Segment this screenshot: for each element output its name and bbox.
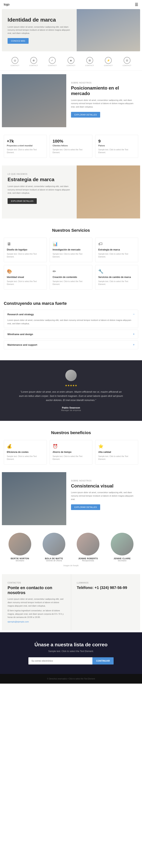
team-role-3: Secretario: [106, 560, 138, 562]
benefit-icon-0: 💰: [7, 444, 44, 449]
consistency-text: Lorem ipsum dolor sit amet, consectetur …: [71, 491, 135, 501]
about-text: Lorem ipsum dolor sit amet, consectetur …: [71, 99, 135, 108]
service-card-0: 🖥Diseño de logotipoSample text. Click to…: [4, 238, 47, 262]
about-label: SOBRE NOSOTROS: [71, 82, 135, 84]
icon-circle-3: ◈: [67, 57, 75, 64]
service-text-3: Sample text. Click to select the Text El…: [7, 280, 44, 286]
testimonial-stars: ★★★★★: [7, 384, 135, 387]
contact-section: CONTACTOS Ponte en contacto con nosotros…: [2, 574, 140, 630]
benefit-text-0: Sample text. Click to select the Text El…: [7, 455, 44, 461]
about-cta-button[interactable]: EXPLORAR DETALLES: [71, 112, 100, 118]
footer: © Derechos reservados • Click to select …: [0, 674, 142, 684]
team-avatar-1: [42, 533, 65, 555]
what-title: Estrategia de marca: [7, 177, 71, 183]
newsletter-title: Únase a nuestra lista de correo: [7, 642, 135, 648]
what-text: Lorem ipsum dolor sit amet, consectetur …: [7, 185, 71, 195]
team-role-0: Secretario: [4, 560, 36, 562]
accordion-body-0: Lorem ipsum dolor sit amet, consectetur …: [4, 319, 138, 328]
service-card-3: 🎨Identidad visualSample text. Click to s…: [4, 265, 47, 290]
contact-email[interactable]: ejemplo@ejemplo.com: [7, 621, 65, 623]
consistency-cta-button[interactable]: EXPLORAR DETALLES: [71, 504, 100, 510]
service-name-2: Estrategia de marca: [98, 248, 135, 251]
icon-circle-2: ✓: [49, 57, 56, 64]
icon-item-2[interactable]: ✓CONTACT: [48, 57, 57, 66]
contact-title: Ponte en contacto con nosotros: [7, 585, 65, 595]
service-text-2: Sample text. Click to select the Text El…: [98, 252, 135, 258]
services-section: Nuestros Servicios 🖥Diseño de logotipoSa…: [0, 222, 142, 295]
accordion-title: Construyendo una marca fuerte: [4, 301, 138, 306]
contact-text2: El item ingrisa ingrediunt consectetur, …: [7, 609, 65, 619]
accordion-toggle-0: −: [133, 313, 135, 316]
service-name-1: Investigación de mercado: [53, 248, 90, 251]
accordion-header-2[interactable]: Maintenance and support +: [4, 340, 138, 349]
stat-card-1: 100%Clientes felicesSample text. Click t…: [50, 135, 92, 158]
service-card-1: 📊Investigación de mercadoSample text. Cl…: [50, 238, 92, 262]
consistency-title: Consistencia visual: [71, 483, 135, 489]
accordion-header-1[interactable]: Wireframe and design +: [4, 330, 138, 339]
hero-section: Identidad de marca Lorem ipsum dolor sit…: [2, 9, 140, 51]
benefit-name-0: Eficiencia de costes: [7, 451, 44, 454]
what-section: LO QUE HACEMOS Estrategia de marca Lorem…: [2, 165, 140, 218]
team-name-3: JENNIE CLAIRE: [106, 557, 138, 560]
benefit-card-1: ⏰Ahorro de tiempoSample text. Click to s…: [50, 440, 92, 465]
benefits-section: Nuestros beneficios 💰Eficiencia de coste…: [0, 425, 142, 470]
team-role-2: Recepcionista: [72, 560, 104, 562]
team-avatar-2: [77, 533, 100, 555]
menu-icon[interactable]: ☰: [135, 2, 138, 7]
hero-cta-button[interactable]: CONOCE MÁS: [7, 38, 29, 44]
service-icon-4: ✏: [53, 269, 90, 274]
icon-item-1[interactable]: ⊕CONTACT: [29, 57, 38, 66]
about-image: [2, 74, 66, 127]
team-card-0: BERTIE NORTON Secretario: [4, 533, 36, 562]
benefit-name-1: Ahorro de tiempo: [53, 451, 90, 454]
icon-label-5: CONTACT: [104, 65, 113, 66]
contact-text: Lorem ipsum dolor sit amet, consectetur …: [7, 597, 65, 608]
benefit-text-2: Sample text. Click to select the Text El…: [98, 455, 135, 461]
nav-logo: logo: [4, 3, 9, 6]
navbar: logo ☰: [0, 0, 142, 9]
stat-text-0: Sample text. Click to select the Text El…: [7, 148, 44, 154]
service-text-0: Sample text. Click to select the Text El…: [7, 252, 44, 258]
team-name-0: BERTIE NORTON: [4, 557, 36, 560]
icon-item-6[interactable]: ⊟CONTACT: [122, 57, 131, 66]
stat-label-2: Países: [98, 145, 135, 147]
icon-item-3[interactable]: ◈CONTACT: [67, 57, 75, 66]
consistency-image: [2, 472, 66, 525]
testimonial-avatar: [65, 370, 77, 381]
service-name-0: Diseño de logotipo: [7, 248, 44, 251]
team-card-3: JENNIE CLAIRE Secretario: [106, 533, 138, 562]
accordion-header-text-1: Wireframe and design: [7, 333, 33, 336]
service-name-5: Servicios de cambio de marca: [98, 276, 135, 278]
about-section: SOBRE NOSOTROS Posicionamiento en el mer…: [2, 74, 140, 127]
newsletter-submit-button[interactable]: CONTINUAR: [92, 657, 114, 664]
testimonial-role: Manager de empresa: [7, 409, 135, 411]
icon-item-0[interactable]: ◎CONTACT: [10, 57, 19, 66]
team-footnote: Imagen de freepik: [4, 562, 138, 567]
newsletter-section: Únase a nuestra lista de correo Sample t…: [0, 632, 142, 674]
testimonial-section: ★★★★★ "Lorem ipsum dolor sit amet, eos e…: [0, 360, 142, 421]
service-name-3: Identidad visual: [7, 276, 44, 278]
icon-item-5[interactable]: ⚡CONTACT: [104, 57, 113, 66]
stats-section: +7kProyectos a nivel mundialSample text.…: [0, 131, 142, 162]
consistency-label: SOBRE NOSOTROS: [71, 480, 135, 482]
accordion-header-text-2: Maintenance and support: [7, 343, 37, 346]
accordion-header-0[interactable]: Research and strategy −: [4, 310, 138, 319]
icon-label-1: CONTACT: [29, 65, 38, 66]
icon-item-4[interactable]: ⊞CONTACT: [85, 57, 94, 66]
service-card-4: ✏Creación de contenidoSample text. Click…: [50, 265, 92, 290]
team-name-2: JENNIE ROBERTS: [72, 557, 104, 560]
icon-label-0: CONTACT: [10, 65, 19, 66]
service-text-5: Sample text. Click to select the Text El…: [98, 280, 135, 286]
team-section: BERTIE NORTON Secretario BOLA DE MATTE G…: [0, 527, 142, 572]
service-card-2: 🏷Estrategia de marcaSample text. Click t…: [95, 238, 138, 262]
icon-label-3: CONTACT: [67, 65, 75, 66]
accordion-item-2: Maintenance and support +: [4, 340, 138, 349]
what-cta-button[interactable]: EXPLORAR DETALLES: [7, 198, 37, 204]
icon-circle-4: ⊞: [86, 57, 93, 64]
icon-circle-5: ⚡: [105, 57, 112, 64]
icons-row: ◎CONTACT⊕CONTACT✓CONTACT◈CONTACT⊞CONTACT…: [0, 53, 142, 70]
stat-card-0: +7kProyectos a nivel mundialSample text.…: [4, 135, 47, 158]
newsletter-input[interactable]: [28, 657, 92, 664]
benefit-icon-1: ⏰: [53, 444, 90, 449]
about-title: Posicionamiento en el mercado: [71, 85, 135, 96]
